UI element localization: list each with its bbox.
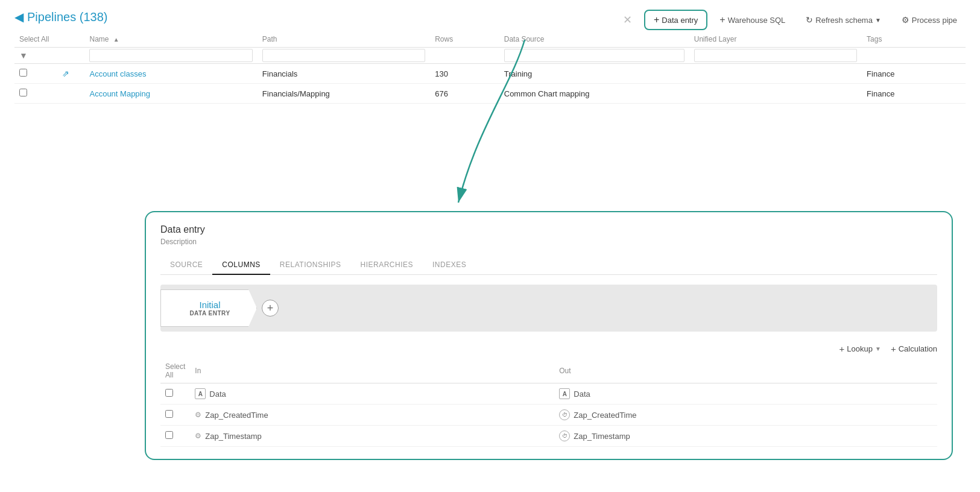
row2-path: Financials/Mapping (258, 84, 430, 104)
data-entry-panel: Data entry Description SOURCE COLUMNS RE… (145, 211, 953, 460)
col-row1-in-name: Data (209, 390, 226, 399)
pipeline-steps: Initial DATA ENTRY + (160, 285, 937, 332)
top-section: ◀ Pipelines (138) ✕ + Data entry + Wareh… (0, 0, 980, 104)
data-entry-button[interactable]: + Data entry (644, 10, 707, 30)
col-row3-out: ⏱ Zap_Timestamp (559, 430, 932, 441)
col-row2-in-name: Zap_CreatedTime (205, 411, 268, 420)
add-step-button[interactable]: + (262, 300, 279, 317)
page-wrapper: ◀ Pipelines (138) ✕ + Data entry + Wareh… (0, 0, 980, 492)
step-subtitle: DATA ENTRY (189, 310, 230, 317)
collapse-icon[interactable]: ◀ (14, 10, 24, 24)
col-header-tags: Tags (862, 31, 966, 48)
columns-toolbar: + Lookup ▼ + Calculation (160, 344, 937, 354)
text-out-icon: A (559, 388, 570, 399)
col-select-all-label: Select All (165, 362, 185, 379)
col-row3-out-name: Zap_Timestamp (574, 432, 630, 441)
table-row: ⇗ Account classes Financials 130 Trainin… (14, 64, 966, 84)
col-row-data: A Data A Data (160, 383, 937, 405)
step-name: Initial (199, 300, 220, 310)
datasource-filter-input[interactable] (504, 49, 684, 62)
col-row1-out-name: Data (574, 390, 590, 399)
row2-unified (689, 84, 862, 104)
row2-rows: 676 (430, 84, 499, 104)
warehouse-sql-button[interactable]: + Warehouse SQL (711, 11, 794, 29)
col-row3-checkbox[interactable] (165, 431, 173, 439)
row2-datasource: Common Chart mapping (499, 84, 689, 104)
toolbar: ✕ + Data entry + Warehouse SQL ↻ Refresh… (615, 10, 966, 30)
lookup-chevron-icon: ▼ (875, 345, 881, 352)
col-header-select: Select All (14, 31, 57, 48)
tab-source[interactable]: SOURCE (160, 256, 212, 275)
plus-icon: + (654, 14, 659, 25)
text-type-icon: A (195, 388, 206, 399)
row2-checkbox[interactable] (19, 89, 27, 96)
col-row1-out: A Data (559, 388, 932, 399)
tab-columns[interactable]: COLUMNS (212, 256, 270, 275)
col-header-path: Path (258, 31, 430, 48)
row2-tags: Finance (862, 84, 966, 104)
row1-tags: Finance (862, 64, 966, 84)
select-all-header: Select All (19, 35, 49, 43)
col-header-out: Out (554, 359, 937, 383)
refresh-label: Refresh schema (815, 16, 873, 25)
row2-name-link[interactable]: Account Mapping (89, 89, 150, 98)
col-header-icon (57, 31, 85, 48)
tab-relationships[interactable]: RELATIONSHIPS (270, 256, 351, 275)
panel-tabs: SOURCE COLUMNS RELATIONSHIPS HIERARCHIES… (160, 256, 937, 275)
calculation-button[interactable]: + Calculation (891, 344, 937, 354)
time-out-icon-2: ⏱ (559, 430, 570, 441)
table-row: Account Mapping Financials/Mapping 676 C… (14, 84, 966, 104)
gear-type-icon-2: ⚙ (195, 432, 201, 440)
panel-description: Description (160, 238, 937, 246)
pipelines-title: Pipelines (138) (27, 10, 107, 24)
pipeline-step-initial[interactable]: Initial DATA ENTRY (160, 289, 257, 327)
gear-type-icon: ⚙ (195, 411, 201, 419)
col-row-zap-created: ⚙ Zap_CreatedTime ⏱ Zap_CreatedTime (160, 405, 937, 426)
panel-title: Data entry (160, 224, 937, 235)
col-header-select-all: Select All (160, 359, 190, 383)
process-pipe-button[interactable]: ⚙ Process pipe (893, 11, 966, 28)
col-header-name[interactable]: Name ▲ (84, 31, 257, 48)
col-header-rows: Rows (430, 31, 499, 48)
data-entry-label: Data entry (662, 16, 698, 25)
plus-icon-2: + (719, 14, 725, 25)
col-header-unified: Unified Layer (689, 31, 862, 48)
lookup-plus-icon: + (839, 344, 845, 354)
col-header-datasource: Data Source (499, 31, 689, 48)
unified-filter-input[interactable] (694, 49, 857, 62)
col-in-label: In (195, 367, 201, 375)
col-row3-in-name: Zap_Timestamp (205, 432, 261, 441)
row1-name-link[interactable]: Account classes (89, 69, 146, 78)
time-out-icon: ⏱ (559, 409, 570, 420)
col-header-in: In (190, 359, 554, 383)
lookup-button[interactable]: + Lookup ▼ (839, 344, 881, 354)
tab-hierarchies[interactable]: HIERARCHIES (351, 256, 423, 275)
delete-button[interactable]: ✕ (615, 10, 640, 30)
row1-checkbox[interactable] (19, 69, 27, 77)
name-filter-input[interactable] (89, 49, 252, 62)
delete-icon: ✕ (623, 13, 632, 27)
refresh-icon: ↻ (806, 15, 813, 25)
row1-unified (689, 64, 862, 84)
col-row2-checkbox[interactable] (165, 410, 173, 418)
gear-icon: ⚙ (902, 15, 909, 25)
col-row2-out: ⏱ Zap_CreatedTime (559, 409, 932, 420)
calc-plus-icon: + (891, 344, 896, 354)
path-filter-input[interactable] (262, 49, 425, 62)
dropdown-arrow: ▼ (875, 17, 881, 24)
name-header-label: Name (89, 35, 109, 43)
col-row2-in: ⚙ Zap_CreatedTime (195, 411, 549, 420)
col-row1-checkbox[interactable] (165, 389, 173, 397)
col-out-label: Out (559, 367, 571, 375)
col-row2-out-name: Zap_CreatedTime (574, 411, 636, 420)
refresh-schema-button[interactable]: ↻ Refresh schema ▼ (797, 11, 890, 28)
lookup-label: Lookup (847, 344, 873, 353)
step-shape-initial: Initial DATA ENTRY (160, 289, 257, 327)
sort-arrow-icon: ▲ (113, 36, 119, 43)
process-label: Process pipe (912, 16, 957, 25)
calculation-label: Calculation (899, 344, 937, 353)
tags-header-label: Tags (867, 35, 882, 43)
row1-datasource: Training (499, 64, 689, 84)
path-header-label: Path (262, 35, 277, 43)
tab-indexes[interactable]: INDEXES (423, 256, 476, 275)
